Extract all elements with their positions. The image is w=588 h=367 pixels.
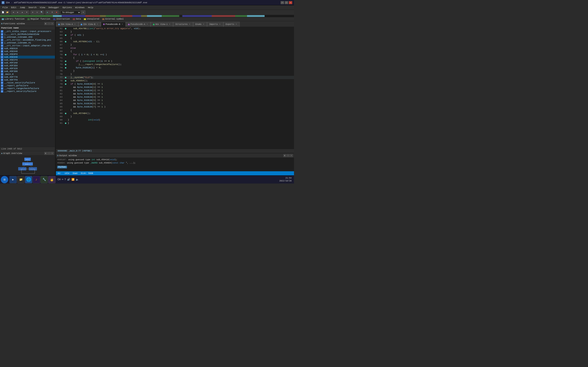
graph-canvas: entry block_1 block_2 block_3 (0, 156, 55, 175)
tab-close-exports[interactable]: × (235, 23, 237, 26)
fn-item-15[interactable]: f _main_0 (0, 73, 55, 76)
function-list[interactable]: f __crt_stdio_input::input_processor< f … (0, 30, 55, 147)
fn-item-13[interactable]: f sub_45F320 (0, 67, 55, 70)
tb-back[interactable]: ◀ (11, 10, 15, 15)
tb-stop[interactable]: ■ (54, 10, 59, 15)
tab-ida-view-a[interactable]: IDA View-A × (56, 22, 78, 27)
tab-close-enums[interactable]: × (202, 23, 205, 26)
fn-item-11[interactable]: f sub_45F2A0 (0, 61, 55, 64)
window-title: IDA - a0f2af9857614c459dd3b9d9232210df.e… (6, 1, 281, 4)
tab-close-hex[interactable]: × (168, 23, 171, 26)
tab-close-imports[interactable]: × (219, 23, 221, 26)
menu-search[interactable]: Search (27, 6, 38, 9)
fn-item-21[interactable]: f __report_securityfailure (0, 90, 55, 93)
fn-item-2[interactable]: f j_unknown_libname_359 (0, 36, 55, 39)
debugger-combo[interactable]: No debugger (61, 11, 81, 14)
fn-item-12[interactable]: f sub_45F2E0 (0, 64, 55, 67)
tab-pseudocode-b[interactable]: Pseudocode-B × (101, 22, 126, 27)
fn-item-4[interactable]: f j_unknown_libname_41 (0, 42, 55, 44)
graph-minimize-button[interactable]: ─ (48, 152, 51, 155)
panel-close-button[interactable]: ✕ (51, 22, 54, 25)
tab-structures[interactable]: Structures × (173, 22, 193, 27)
taskbar-app-media[interactable]: ▶ (9, 176, 17, 183)
menu-help[interactable]: Help (86, 6, 95, 9)
tb-forward[interactable]: ▶ (16, 10, 20, 15)
maximize-button[interactable]: □ (285, 1, 288, 4)
fn-item-19[interactable]: f __report_gsfailure (0, 84, 55, 87)
menu-edit[interactable]: Edit (9, 6, 18, 9)
graph-close-button[interactable]: ✕ (51, 152, 54, 155)
code-line-64: 64 if ( v21 ) (56, 33, 294, 37)
minimize-button[interactable]: ─ (281, 1, 284, 4)
tb-find[interactable]: 🔍 (40, 10, 44, 15)
tb-new[interactable]: 📄 (1, 10, 5, 15)
tb-open[interactable]: 📂 (5, 10, 9, 15)
taskbar-app-user[interactable]: 👩 (48, 176, 56, 183)
fn-item-16[interactable]: f sub_45F770 (0, 76, 55, 78)
menu-options[interactable]: Options (61, 6, 73, 9)
tb-paste[interactable]: ⊟ (35, 10, 39, 15)
tab-close-ida-b[interactable]: × (96, 23, 99, 26)
menu-jump[interactable]: Jump (18, 6, 27, 9)
output-float-button[interactable]: ◧ (283, 154, 286, 157)
taskbar-app-browser[interactable]: 🌐 (25, 176, 32, 183)
tb-step[interactable]: ⏸ (50, 10, 54, 15)
taskbar-app-files[interactable]: 📁 (17, 176, 25, 183)
menu-debugger[interactable]: Debugger (47, 6, 61, 9)
output-close-button[interactable]: ✕ (290, 154, 293, 157)
graph-overview-icon: ◈ (1, 152, 2, 155)
fn-item-3[interactable]: f __crt_strtox::assemble_floating_poi (0, 39, 55, 42)
tb-debug-opts[interactable]: ⚙ (81, 10, 85, 15)
fn-name-3: __crt_strtox::assemble_floating_poi (4, 39, 51, 41)
tab-close-pseudo-b[interactable]: × (121, 23, 123, 25)
fn-item-8[interactable]: f sub_45E8F0 (0, 53, 55, 56)
tab-close-ida-a[interactable]: × (74, 23, 76, 26)
fn-item-0[interactable]: f __crt_stdio_input::input_processor< (0, 30, 55, 33)
tb-copy[interactable]: ⊞ (31, 10, 35, 15)
fn-item-14[interactable]: f sub_45F390 (0, 70, 55, 73)
panel-float-button[interactable]: ◧ (44, 22, 47, 25)
tab-exports[interactable]: Exports × (223, 22, 240, 27)
tab-ida-view-b[interactable]: IDA View-B × (78, 22, 101, 27)
code-view[interactable]: 62 sub_45A7BE((int)"sorry,n error,try ag… (56, 27, 294, 149)
taskbar-start-button[interactable]: ⊞ (1, 176, 8, 183)
taskbar-clock: 21:54 (279, 177, 292, 180)
title-bar: I IDA - a0f2af9857614c459dd3b9d9232210df… (0, 0, 294, 5)
tb-down[interactable]: ▼ (25, 10, 29, 15)
fn-item-9[interactable]: f sub_45E940 (0, 56, 55, 58)
taskbar-speaker-icon[interactable]: 🔈 (76, 178, 79, 181)
fn-icon-6: f (1, 47, 3, 50)
tab-hex-view[interactable]: Hex View-1 × (151, 22, 173, 27)
window-controls: ─ □ ✕ (281, 1, 292, 4)
menu-view[interactable]: View (38, 6, 47, 9)
fn-item-18[interactable]: f __raise_securityfailure (0, 81, 55, 84)
tab-close-structures[interactable]: × (189, 23, 191, 26)
tab-enums[interactable]: Enums × (193, 22, 207, 27)
status-bar-bottom: AU: idle Down Disk: 59GB (56, 171, 294, 175)
taskbar-app-music[interactable]: ♪ (33, 176, 40, 183)
fn-item-1[interactable]: f j____vcrt_GetModuleHandleW (0, 33, 55, 36)
menu-windows[interactable]: Windows (73, 6, 86, 9)
graph-float-button[interactable]: ◧ (44, 152, 47, 155)
tab-label-ida-b: IDA View-B (83, 23, 95, 25)
tab-pseudocode-a[interactable]: Pseudocode-A × (126, 22, 151, 27)
tab-imports[interactable]: Imports × (207, 22, 223, 27)
taskbar-volume-icon[interactable]: 🔊 (67, 178, 70, 181)
tab-close-pseudo-a[interactable]: × (146, 23, 148, 26)
taskbar-app-tools[interactable]: 🔧 (40, 176, 48, 183)
menu-file[interactable]: File (1, 6, 9, 9)
fn-item-10[interactable]: f sub_45ECF0 (0, 58, 55, 61)
fn-item-20[interactable]: f __report_rangecheckfailure (0, 87, 55, 90)
fn-item-7[interactable]: f sub_45E640 (0, 50, 55, 53)
graph-overview-title: Graph overview (3, 152, 22, 155)
tb-up[interactable]: ▲ (20, 10, 24, 15)
close-button[interactable]: ✕ (289, 1, 292, 4)
fn-item-17[interactable]: f sub_45F7F0 (0, 78, 55, 81)
taskbar-network-icon[interactable]: 📶 (71, 178, 75, 181)
output-maximize-button[interactable]: □ (287, 154, 290, 157)
fn-item-5[interactable]: f __crt_strtox::input_adapter_charact (0, 44, 55, 47)
fn-item-6[interactable]: f sub_45E610 (0, 47, 55, 50)
code-line-74: 74 byte_532E28[i] = 0; (56, 66, 294, 69)
panel-minimize-button[interactable]: ─ (48, 22, 51, 25)
tb-run[interactable]: ▶ (45, 10, 50, 15)
